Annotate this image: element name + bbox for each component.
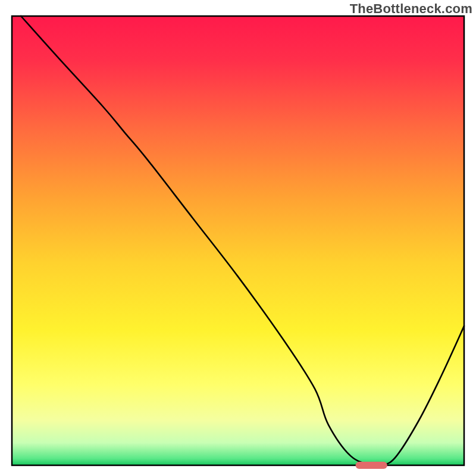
optimal-marker bbox=[356, 462, 387, 469]
chart-frame: TheBottleneck.com bbox=[0, 0, 476, 476]
chart-svg bbox=[0, 0, 476, 476]
plot-background bbox=[12, 16, 464, 465]
